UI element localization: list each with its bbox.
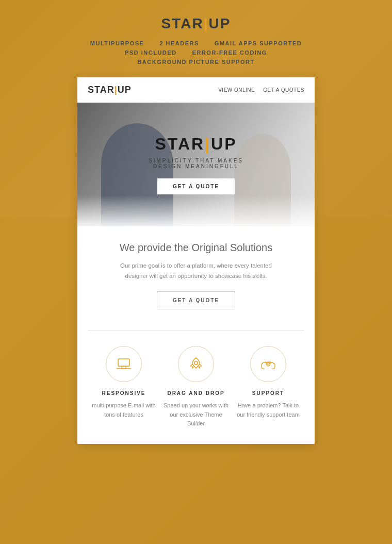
- feature-psd: PSD INCLUDED: [125, 50, 177, 56]
- page-title: STAR|UP: [161, 15, 231, 32]
- get-quotes-link[interactable]: GET A QUOTES: [263, 87, 304, 93]
- support-feature-desc: Have a problem? Talk to our friendly sup…: [235, 401, 302, 419]
- dragdrop-feature-desc: Speed up your works with our exclusive T…: [162, 401, 230, 428]
- feature-error-free: ERROR-FREE CODING: [192, 50, 267, 56]
- hero-cta-button[interactable]: GET A QUOTE: [157, 178, 235, 194]
- email-header: STAR|UP VIEW ONLINE GET A QUOTES: [77, 77, 315, 103]
- feature-dragdrop-col: DRAG AND DROP Speed up your works with o…: [162, 346, 230, 428]
- email-logo: STAR|UP: [88, 85, 132, 95]
- title-part2: UP: [209, 15, 231, 31]
- view-online-link[interactable]: VIEW ONLINE: [218, 87, 255, 93]
- dragdrop-feature-name: DRAG AND DROP: [167, 390, 224, 396]
- features-list-row3: BACKGROUND PICTURE SUPPORT: [137, 59, 254, 65]
- title-part1: STAR: [161, 15, 204, 31]
- solutions-description: Our prime goal is to offer a platform, w…: [113, 261, 279, 281]
- hero-content: STAR|UP SIMPLICITY THAT MAKESDESIGN MEAN…: [149, 135, 243, 194]
- features-icons-section: RESPONSIVE multi-purpose E-mail with ton…: [77, 331, 315, 444]
- feature-gmail: GMAIL APPS SUPPORTED: [215, 40, 302, 46]
- handshake-icon: [260, 358, 276, 370]
- hero-section: STAR|UP SIMPLICITY THAT MAKESDESIGN MEAN…: [77, 103, 315, 226]
- feature-responsive-col: RESPONSIVE multi-purpose E-mail with ton…: [90, 346, 157, 419]
- features-list-row1: MULTIPURPOSE 2 HEADERS GMAIL APPS SUPPOR…: [90, 40, 302, 46]
- page-wrapper: STAR|UP MULTIPURPOSE 2 HEADERS GMAIL APP…: [0, 0, 392, 459]
- solutions-cta-button[interactable]: GET A QUOTE: [157, 291, 235, 309]
- features-list-row2: PSD INCLUDED ERROR-FREE CODING: [125, 50, 267, 56]
- support-feature-name: SUPPORT: [252, 390, 284, 396]
- hero-subtitle: SIMPLICITY THAT MAKESDESIGN MEANINGFULL: [149, 158, 243, 169]
- solutions-title: We provide the Original Solutions: [93, 242, 299, 254]
- feature-support-col: SUPPORT Have a problem? Talk to our frie…: [235, 346, 302, 419]
- svg-point-3: [194, 361, 198, 365]
- responsive-icon-circle: [106, 346, 142, 382]
- email-card: STAR|UP VIEW ONLINE GET A QUOTES STAR|UP…: [77, 77, 315, 444]
- hero-fade-overlay: [77, 195, 315, 226]
- dragdrop-icon-circle: [178, 346, 214, 382]
- feature-background: BACKGROUND PICTURE SUPPORT: [137, 59, 254, 65]
- email-nav: VIEW ONLINE GET A QUOTES: [218, 87, 304, 93]
- responsive-feature-name: RESPONSIVE: [102, 390, 145, 396]
- feature-2headers: 2 HEADERS: [159, 40, 199, 46]
- email-logo-accent: |: [115, 85, 118, 95]
- laptop-icon: [117, 358, 131, 370]
- hero-title-accent: |: [205, 135, 211, 153]
- support-icon-circle: [250, 346, 286, 382]
- feature-multipurpose: MULTIPURPOSE: [90, 40, 144, 46]
- responsive-feature-desc: multi-purpose E-mail with tons of featur…: [90, 401, 157, 419]
- rocket-icon: [189, 357, 203, 371]
- email-logo-text: STAR|UP: [88, 85, 132, 95]
- title-accent: |: [204, 15, 209, 31]
- svg-rect-0: [118, 359, 129, 366]
- solutions-section: We provide the Original Solutions Our pr…: [77, 226, 315, 325]
- hero-title: STAR|UP: [149, 135, 243, 154]
